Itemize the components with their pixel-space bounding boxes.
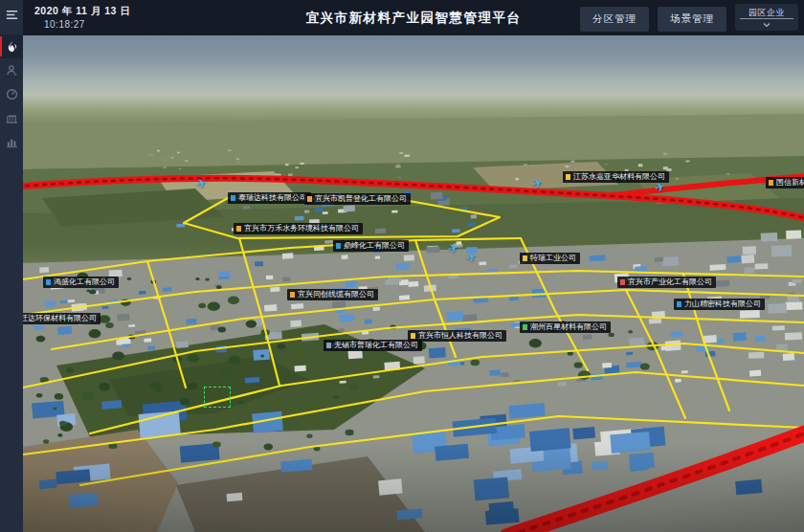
park-enterprise-dropdown[interactable]: 园区企业	[735, 4, 798, 31]
sidebar-item-fire-alarm[interactable]	[0, 34, 23, 58]
building	[149, 154, 154, 156]
tree	[81, 392, 95, 401]
company-label[interactable]: 鼎峰化工有限公司	[333, 240, 409, 252]
bar-chart-icon	[6, 136, 18, 148]
tree	[208, 302, 220, 311]
company-label[interactable]: 特瑞工业公司	[520, 253, 580, 264]
building	[570, 161, 574, 164]
company-label[interactable]: 宜兴市恒人科技有限公司	[408, 330, 506, 342]
tree	[306, 434, 312, 438]
company-label-text: 特瑞工业公司	[530, 253, 576, 264]
building	[404, 255, 414, 261]
building	[479, 261, 486, 265]
building	[592, 461, 609, 471]
dropdown-selected-value: 园区企业	[735, 4, 798, 19]
company-label[interactable]: 宜兴市凯普登化工有限公司	[304, 193, 411, 205]
building	[761, 233, 778, 241]
zone-management-button[interactable]: 分区管理	[580, 7, 649, 32]
building	[344, 205, 355, 211]
building	[661, 256, 679, 267]
building	[295, 216, 304, 221]
building	[399, 295, 410, 299]
company-label-text: 鼎峰化工有限公司	[344, 240, 405, 252]
building	[740, 310, 760, 319]
building	[409, 281, 419, 287]
tree	[55, 393, 63, 400]
company-tag-icon	[236, 226, 241, 232]
building	[726, 173, 730, 175]
building	[365, 320, 372, 324]
building	[474, 477, 509, 500]
building	[228, 150, 231, 152]
company-tag-icon	[307, 196, 312, 202]
tree	[238, 401, 244, 405]
building	[373, 307, 380, 311]
app-window: 2020 年 11 月 13 日 10:18:27 宜兴市新材料产业园智慧管理平…	[0, 0, 804, 532]
building	[176, 224, 185, 228]
company-label-text: 江苏永嘉亚华材料有限公司	[573, 171, 665, 183]
building	[219, 271, 231, 277]
building	[186, 319, 196, 325]
building	[373, 375, 380, 378]
building	[743, 246, 756, 255]
building	[391, 211, 397, 213]
building	[776, 344, 788, 351]
sidebar-item-enterprise[interactable]	[0, 106, 23, 130]
building	[285, 164, 289, 166]
building	[489, 501, 515, 517]
building	[39, 479, 57, 490]
building	[397, 165, 400, 166]
company-label-text: 宜兴市恒人科技有限公司	[418, 330, 502, 342]
building	[610, 432, 650, 454]
company-label[interactable]: 鸿盛化工有限公司	[43, 277, 119, 288]
building	[45, 300, 56, 307]
tree	[205, 277, 210, 280]
building	[558, 382, 567, 387]
menu-toggle-icon[interactable]	[0, 2, 23, 27]
building	[733, 332, 747, 342]
selection-box[interactable]	[204, 387, 231, 408]
building	[291, 303, 303, 309]
company-label[interactable]: 宜兴同创线缆有限公司	[287, 289, 378, 300]
sidebar-item-personnel[interactable]	[0, 58, 23, 82]
company-label[interactable]: 潮州百星材料有限公司	[520, 321, 611, 333]
building	[69, 493, 99, 508]
building	[185, 161, 188, 162]
building	[340, 381, 346, 384]
building	[236, 159, 239, 160]
building	[332, 300, 346, 308]
building	[339, 314, 354, 321]
building	[57, 326, 72, 335]
building	[489, 369, 501, 376]
building	[282, 253, 294, 258]
company-label[interactable]: 宜兴市万禾水务环境科技有限公司	[234, 223, 363, 234]
building	[686, 161, 690, 163]
tree	[349, 385, 358, 390]
tree	[188, 383, 197, 389]
building	[68, 299, 75, 302]
building	[435, 444, 469, 461]
company-label[interactable]: 无锡市普瑞化工有限公司	[324, 340, 422, 351]
building	[323, 211, 328, 214]
tree	[99, 383, 110, 390]
tree	[333, 395, 340, 400]
sidebar-item-energy[interactable]	[0, 82, 23, 106]
company-label[interactable]: 力山精密科技有限公司	[674, 299, 765, 310]
company-label[interactable]: 江苏永嘉亚华材料有限公司	[563, 171, 669, 183]
building	[304, 210, 309, 212]
tree	[155, 388, 163, 393]
flame-icon	[6, 40, 18, 53]
company-label[interactable]: 国信新材料公司	[766, 177, 804, 188]
map-3d-view[interactable]: 泰瑞达科技有限公司宜兴市凯普登化工有限公司宜兴市万禾水务环境科技有限公司鼎峰化工…	[23, 35, 804, 532]
company-label[interactable]: 泰瑞达科技有限公司	[228, 192, 311, 204]
building	[399, 152, 403, 154]
tree	[346, 430, 354, 435]
company-label[interactable]: 宜兴市产业化工有限公司	[617, 277, 716, 288]
building	[264, 304, 278, 311]
scene-management-button[interactable]: 场景管理	[658, 7, 726, 32]
building	[501, 372, 509, 377]
building	[531, 166, 533, 166]
company-label[interactable]: 宜兴旺达环保材料有限公司	[23, 313, 100, 324]
building	[147, 345, 155, 350]
sidebar-item-statistics[interactable]	[0, 130, 23, 154]
